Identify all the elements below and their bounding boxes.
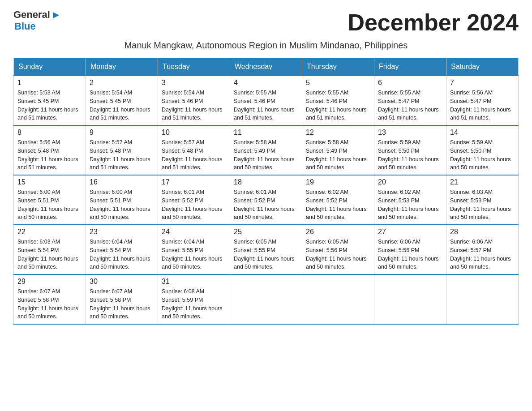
day-number: 5 bbox=[306, 79, 370, 87]
day-info: Sunrise: 6:00 AMSunset: 5:51 PMDaylight:… bbox=[17, 189, 78, 220]
day-info: Sunrise: 6:05 AMSunset: 5:56 PMDaylight:… bbox=[306, 239, 367, 270]
calendar-week-4: 22 Sunrise: 6:03 AMSunset: 5:54 PMDaylig… bbox=[14, 225, 519, 274]
day-number: 24 bbox=[162, 228, 226, 236]
day-number: 8 bbox=[17, 128, 82, 137]
day-number: 20 bbox=[378, 178, 442, 186]
day-number: 30 bbox=[90, 278, 154, 286]
day-number: 2 bbox=[90, 79, 154, 87]
day-number: 27 bbox=[378, 228, 442, 236]
day-info: Sunrise: 6:08 AMSunset: 5:59 PMDaylight:… bbox=[162, 288, 223, 320]
calendar-week-1: 1 Sunrise: 5:53 AMSunset: 5:45 PMDayligh… bbox=[14, 76, 519, 125]
day-info: Sunrise: 6:02 AMSunset: 5:53 PMDaylight:… bbox=[378, 189, 439, 220]
day-cell-15: 15 Sunrise: 6:00 AMSunset: 5:51 PMDaylig… bbox=[14, 175, 86, 225]
empty-cell-w4-d4 bbox=[302, 274, 374, 324]
day-cell-11: 11 Sunrise: 5:58 AMSunset: 5:49 PMDaylig… bbox=[230, 125, 302, 175]
day-cell-23: 23 Sunrise: 6:04 AMSunset: 5:54 PMDaylig… bbox=[86, 225, 158, 274]
calendar-week-3: 15 Sunrise: 6:00 AMSunset: 5:51 PMDaylig… bbox=[14, 175, 519, 225]
day-number: 7 bbox=[450, 79, 515, 87]
day-info: Sunrise: 5:55 AMSunset: 5:47 PMDaylight:… bbox=[378, 90, 439, 121]
day-info: Sunrise: 6:07 AMSunset: 5:58 PMDaylight:… bbox=[17, 288, 78, 320]
day-info: Sunrise: 6:00 AMSunset: 5:51 PMDaylight:… bbox=[90, 189, 150, 220]
day-cell-25: 25 Sunrise: 6:05 AMSunset: 5:55 PMDaylig… bbox=[230, 225, 302, 274]
day-info: Sunrise: 5:59 AMSunset: 5:50 PMDaylight:… bbox=[378, 139, 439, 171]
day-number: 21 bbox=[450, 178, 515, 186]
day-number: 23 bbox=[90, 228, 154, 236]
day-number: 12 bbox=[306, 128, 370, 137]
day-number: 6 bbox=[378, 79, 442, 87]
day-cell-1: 1 Sunrise: 5:53 AMSunset: 5:45 PMDayligh… bbox=[14, 76, 86, 125]
day-number: 29 bbox=[17, 278, 82, 286]
day-cell-10: 10 Sunrise: 5:57 AMSunset: 5:48 PMDaylig… bbox=[158, 125, 230, 175]
day-info: Sunrise: 5:54 AMSunset: 5:45 PMDaylight:… bbox=[90, 90, 150, 121]
logo-triangle-icon bbox=[51, 10, 61, 20]
day-cell-19: 19 Sunrise: 6:02 AMSunset: 5:52 PMDaylig… bbox=[302, 175, 374, 225]
empty-cell-w4-d3 bbox=[230, 274, 302, 324]
col-monday: Monday bbox=[86, 58, 158, 76]
day-cell-2: 2 Sunrise: 5:54 AMSunset: 5:45 PMDayligh… bbox=[86, 76, 158, 125]
day-cell-14: 14 Sunrise: 5:59 AMSunset: 5:50 PMDaylig… bbox=[446, 125, 519, 175]
logo: General Blue bbox=[13, 9, 61, 32]
day-number: 17 bbox=[162, 178, 226, 186]
subtitle: Manuk Mangkaw, Autonomous Region in Musl… bbox=[13, 40, 519, 51]
day-info: Sunrise: 5:55 AMSunset: 5:46 PMDaylight:… bbox=[306, 90, 367, 121]
calendar-header-row: Sunday Monday Tuesday Wednesday Thursday… bbox=[14, 58, 519, 76]
col-sunday: Sunday bbox=[14, 58, 86, 76]
day-info: Sunrise: 6:07 AMSunset: 5:58 PMDaylight:… bbox=[90, 288, 150, 320]
col-wednesday: Wednesday bbox=[230, 58, 302, 76]
day-cell-16: 16 Sunrise: 6:00 AMSunset: 5:51 PMDaylig… bbox=[86, 175, 158, 225]
day-info: Sunrise: 5:53 AMSunset: 5:45 PMDaylight:… bbox=[17, 90, 78, 121]
day-info: Sunrise: 5:59 AMSunset: 5:50 PMDaylight:… bbox=[450, 139, 511, 171]
day-cell-5: 5 Sunrise: 5:55 AMSunset: 5:46 PMDayligh… bbox=[302, 76, 374, 125]
page-title: December 2024 bbox=[348, 9, 519, 36]
day-number: 9 bbox=[90, 128, 154, 137]
col-tuesday: Tuesday bbox=[158, 58, 230, 76]
svg-marker-0 bbox=[53, 12, 59, 18]
day-cell-20: 20 Sunrise: 6:02 AMSunset: 5:53 PMDaylig… bbox=[374, 175, 446, 225]
day-number: 18 bbox=[234, 178, 298, 186]
day-info: Sunrise: 5:57 AMSunset: 5:48 PMDaylight:… bbox=[90, 139, 150, 171]
day-number: 3 bbox=[162, 79, 226, 87]
day-info: Sunrise: 5:58 AMSunset: 5:49 PMDaylight:… bbox=[234, 139, 295, 171]
day-number: 1 bbox=[17, 79, 82, 87]
day-cell-30: 30 Sunrise: 6:07 AMSunset: 5:58 PMDaylig… bbox=[86, 274, 158, 324]
day-number: 4 bbox=[234, 79, 298, 87]
day-cell-9: 9 Sunrise: 5:57 AMSunset: 5:48 PMDayligh… bbox=[86, 125, 158, 175]
day-info: Sunrise: 5:55 AMSunset: 5:46 PMDaylight:… bbox=[234, 90, 295, 121]
day-cell-3: 3 Sunrise: 5:54 AMSunset: 5:46 PMDayligh… bbox=[158, 76, 230, 125]
empty-cell-w4-d5 bbox=[374, 274, 446, 324]
col-thursday: Thursday bbox=[302, 58, 374, 76]
calendar-table: Sunday Monday Tuesday Wednesday Thursday… bbox=[13, 58, 519, 325]
day-cell-29: 29 Sunrise: 6:07 AMSunset: 5:58 PMDaylig… bbox=[14, 274, 86, 324]
calendar-week-5: 29 Sunrise: 6:07 AMSunset: 5:58 PMDaylig… bbox=[14, 274, 519, 324]
day-number: 25 bbox=[234, 228, 298, 236]
col-saturday: Saturday bbox=[446, 58, 519, 76]
day-info: Sunrise: 6:06 AMSunset: 5:57 PMDaylight:… bbox=[450, 239, 511, 270]
day-cell-31: 31 Sunrise: 6:08 AMSunset: 5:59 PMDaylig… bbox=[158, 274, 230, 324]
col-friday: Friday bbox=[374, 58, 446, 76]
day-info: Sunrise: 6:03 AMSunset: 5:54 PMDaylight:… bbox=[17, 239, 78, 270]
calendar-week-2: 8 Sunrise: 5:56 AMSunset: 5:48 PMDayligh… bbox=[14, 125, 519, 175]
day-info: Sunrise: 5:54 AMSunset: 5:46 PMDaylight:… bbox=[162, 90, 223, 121]
day-number: 16 bbox=[90, 178, 154, 186]
empty-cell-w4-d6 bbox=[446, 274, 519, 324]
day-info: Sunrise: 6:01 AMSunset: 5:52 PMDaylight:… bbox=[234, 189, 295, 220]
day-number: 26 bbox=[306, 228, 370, 236]
day-info: Sunrise: 6:06 AMSunset: 5:56 PMDaylight:… bbox=[378, 239, 439, 270]
logo-general-text: General bbox=[13, 9, 50, 21]
day-cell-26: 26 Sunrise: 6:05 AMSunset: 5:56 PMDaylig… bbox=[302, 225, 374, 274]
day-number: 22 bbox=[17, 228, 82, 236]
day-cell-22: 22 Sunrise: 6:03 AMSunset: 5:54 PMDaylig… bbox=[14, 225, 86, 274]
day-info: Sunrise: 6:05 AMSunset: 5:55 PMDaylight:… bbox=[234, 239, 295, 270]
day-info: Sunrise: 6:04 AMSunset: 5:54 PMDaylight:… bbox=[90, 239, 150, 270]
day-cell-4: 4 Sunrise: 5:55 AMSunset: 5:46 PMDayligh… bbox=[230, 76, 302, 125]
day-cell-8: 8 Sunrise: 5:56 AMSunset: 5:48 PMDayligh… bbox=[14, 125, 86, 175]
day-number: 31 bbox=[162, 278, 226, 286]
day-info: Sunrise: 5:56 AMSunset: 5:48 PMDaylight:… bbox=[17, 139, 78, 171]
day-number: 11 bbox=[234, 128, 298, 137]
day-cell-12: 12 Sunrise: 5:58 AMSunset: 5:49 PMDaylig… bbox=[302, 125, 374, 175]
day-cell-7: 7 Sunrise: 5:56 AMSunset: 5:47 PMDayligh… bbox=[446, 76, 519, 125]
day-number: 13 bbox=[378, 128, 442, 137]
day-number: 14 bbox=[450, 128, 515, 137]
day-cell-28: 28 Sunrise: 6:06 AMSunset: 5:57 PMDaylig… bbox=[446, 225, 519, 274]
day-number: 10 bbox=[162, 128, 226, 137]
